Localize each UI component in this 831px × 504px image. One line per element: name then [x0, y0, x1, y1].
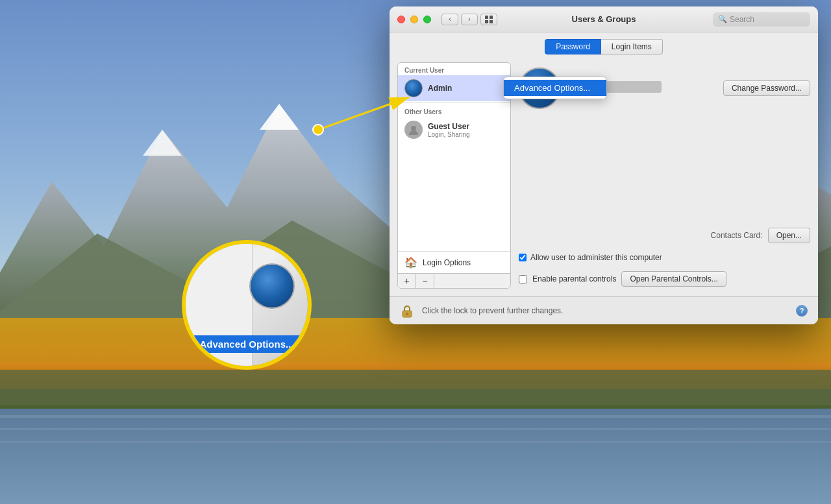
tabs-area: Password Login Items [390, 32, 818, 54]
window-title: Users & Groups [572, 14, 636, 24]
current-user-label: Current User [398, 63, 510, 75]
login-options-item[interactable]: 🏠 Login Options [398, 251, 510, 273]
grid-button[interactable] [480, 14, 497, 25]
change-password-button[interactable]: Change Password... [723, 80, 810, 96]
back-button[interactable]: ‹ [441, 14, 458, 25]
guest-name: Guest User [428, 122, 504, 131]
parental-controls-row: Enable parental controls Open Parental C… [519, 269, 810, 289]
admin-avatar [404, 79, 423, 97]
titlebar: ‹ › Users & Groups 🔍 Search [390, 6, 818, 32]
admin-info: Admin [428, 84, 504, 93]
users-groups-window: ‹ › Users & Groups 🔍 Search Password Log… [390, 6, 818, 324]
allow-admin-row: Allow user to administer this computer [519, 251, 810, 264]
open-parental-controls-button[interactable]: Open Parental Controls... [621, 271, 726, 287]
guest-avatar [404, 121, 423, 139]
svg-rect-10 [0, 415, 831, 418]
svg-rect-14 [0, 370, 831, 405]
nav-buttons: ‹ › [441, 14, 478, 25]
tab-password[interactable]: Password [545, 39, 601, 54]
close-button[interactable] [397, 16, 405, 23]
maximize-button[interactable] [423, 16, 431, 23]
svg-marker-8 [0, 318, 831, 363]
lock-text: Click the lock to prevent further change… [422, 306, 788, 315]
divider [398, 102, 510, 103]
other-users-label: Other Users [398, 104, 510, 117]
admin-user-item[interactable]: Admin [398, 75, 510, 101]
enable-parental-label: Enable parental controls [532, 274, 616, 283]
annotation-circle-inner: Advanced Options... [186, 244, 308, 366]
search-placeholder: Search [730, 15, 754, 24]
login-options-icon: 🏠 [404, 256, 417, 269]
minimize-button[interactable] [410, 16, 418, 23]
add-user-button[interactable]: + [398, 274, 416, 288]
open-contacts-button[interactable]: Open... [768, 228, 810, 243]
guest-role: Login, Sharing [428, 131, 504, 138]
search-bar[interactable]: 🔍 Search [713, 12, 810, 27]
advanced-options-menu-item[interactable]: Advanced Options... [504, 80, 511, 96]
main-split: Current User Admin Advanced Options... O… [390, 54, 818, 296]
circle-globe-avatar [249, 263, 295, 309]
guest-user-item[interactable]: Guest User Login, Sharing [398, 117, 510, 143]
remove-user-button[interactable]: − [416, 274, 434, 288]
svg-rect-12 [0, 441, 831, 443]
admin-name: Admin [428, 84, 504, 93]
context-menu: Advanced Options... [503, 77, 511, 99]
tab-login-items[interactable]: Login Items [601, 39, 663, 54]
sidebar-toolbar: + − [398, 273, 510, 288]
contacts-card-label: Contacts Card: [711, 231, 763, 240]
help-button[interactable]: ? [796, 305, 808, 317]
allow-admin-label: Allow user to administer this computer [530, 253, 662, 262]
enable-parental-checkbox[interactable] [519, 275, 527, 283]
svg-rect-15 [485, 16, 488, 19]
traffic-lights [397, 16, 431, 23]
forward-button[interactable]: › [461, 14, 478, 25]
contacts-row: Contacts Card: Open... [519, 225, 810, 246]
circle-advanced-label: Advanced Options... [192, 335, 301, 353]
lock-icon[interactable] [400, 304, 414, 318]
svg-rect-17 [485, 20, 488, 23]
svg-rect-21 [406, 313, 408, 315]
annotation-circle: Advanced Options... [182, 240, 312, 370]
search-icon: 🔍 [718, 15, 727, 23]
svg-point-19 [411, 126, 416, 131]
svg-rect-11 [0, 428, 831, 430]
allow-admin-checkbox[interactable] [519, 254, 527, 261]
login-options-label: Login Options [423, 258, 471, 267]
sidebar: Current User Admin Advanced Options... O… [397, 62, 511, 289]
svg-rect-16 [490, 16, 493, 19]
window-content: Password Login Items Current User Admin … [390, 32, 818, 324]
svg-rect-18 [490, 20, 493, 23]
bottom-bar: Click the lock to prevent further change… [390, 296, 818, 324]
guest-info: Guest User Login, Sharing [428, 122, 504, 138]
